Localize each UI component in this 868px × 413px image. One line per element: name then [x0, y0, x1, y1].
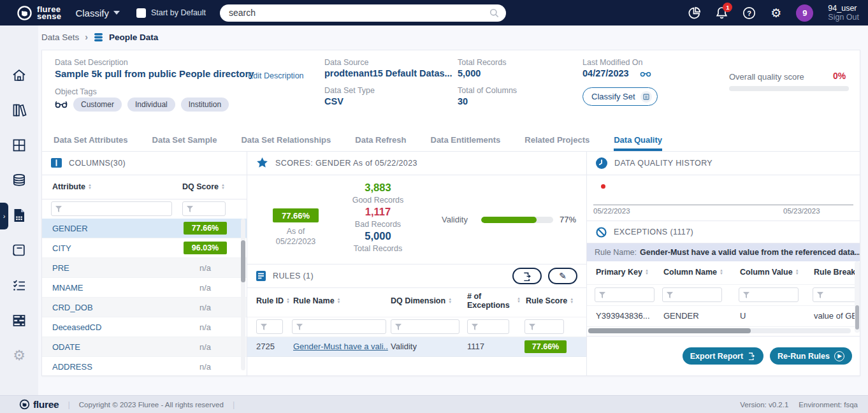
tab-data-set-sample[interactable]: Data Set Sample — [152, 128, 217, 151]
dq-score-filter-input[interactable] — [182, 201, 226, 216]
sidebar-item-checklist[interactable] — [0, 272, 38, 300]
penguin-logo-icon — [17, 5, 33, 21]
rule-score-filter-input[interactable] — [524, 319, 564, 334]
export-rules-button[interactable] — [512, 268, 542, 284]
column-row-pre[interactable]: PRE n/a — [42, 258, 247, 278]
exceptions-filter-input[interactable] — [467, 319, 509, 334]
sidebar-item-catalog[interactable] — [0, 236, 38, 264]
exceptions-vscroll-thumb[interactable] — [855, 305, 859, 330]
column-row-address[interactable]: ADDRESS n/a — [42, 357, 247, 377]
record-stats: 3,883 Good Records 1,117 Bad Records 5,0… — [330, 182, 426, 254]
sort-icon[interactable]: ▲▼ — [221, 184, 225, 190]
column-row-gender[interactable]: GENDER 77.66% — [42, 219, 247, 238]
column-row-mname[interactable]: MNAME n/a — [42, 278, 247, 298]
edit-rules-button[interactable]: ✎ — [548, 268, 577, 284]
rules-table-header: Rule ID▲▼ Rule Name▲▼ DQ Dimension▲▼ # o… — [247, 288, 586, 317]
usage-pie-icon[interactable] — [688, 6, 701, 20]
top-bar: fluree sense Classify Start by Default — [0, 0, 868, 25]
sign-out-link[interactable]: Sign Out — [828, 13, 859, 22]
sidebar-item-library[interactable] — [0, 96, 38, 124]
rule-name-link[interactable]: Gender-Must have a vali.. — [293, 342, 388, 351]
footer-brand-name: fluree — [33, 399, 59, 410]
glasses-icon-small[interactable] — [640, 70, 651, 77]
column-name-column-header[interactable]: Column Name▲▼ — [663, 268, 723, 277]
settings-gear-icon[interactable]: ⚙ — [770, 7, 781, 19]
bad-records-label: Bad Records — [355, 220, 401, 229]
history-point[interactable] — [601, 184, 605, 189]
sort-icon[interactable]: ▲▼ — [88, 184, 92, 190]
history-date-start: 05/22/2023 — [593, 207, 630, 215]
rerun-rules-button[interactable]: Re-Run Rules ▶ — [770, 347, 852, 365]
tab-related-projects[interactable]: Related Projects — [524, 128, 590, 151]
dq-dimension-filter-input[interactable] — [391, 319, 459, 334]
rule-row-2725[interactable]: 2725 Gender-Must have a vali.. Validity … — [247, 337, 586, 357]
exceptions-title: EXCEPTIONS (1117) — [614, 228, 693, 236]
column-value-filter-input[interactable] — [739, 287, 799, 302]
last-modified-value: 04/27/2023 — [582, 68, 629, 78]
column-row-crd-dob[interactable]: CRD_DOB n/a — [42, 298, 247, 317]
tag-individual[interactable]: Individual — [127, 98, 175, 112]
tab-data-entitlements[interactable]: Data Entitlements — [431, 128, 501, 151]
classify-set-button[interactable]: Classify Set — [582, 87, 658, 106]
rules-icon — [256, 271, 266, 281]
hscrollbar-thumb[interactable] — [588, 328, 751, 333]
sidebar-item-database[interactable] — [0, 166, 38, 194]
overall-quality-value: 0% — [833, 71, 846, 81]
sidebar-item-grid[interactable] — [0, 131, 38, 159]
edit-description-link[interactable]: Edit Description — [248, 71, 304, 80]
rule-break-filter-input[interactable] — [813, 287, 860, 302]
exception-row[interactable]: Y393943836... GENDER U value of GE — [587, 306, 860, 327]
tag-institution[interactable]: Institution — [181, 98, 229, 112]
primary-key-filter-input[interactable] — [595, 287, 655, 302]
column-value-column-header[interactable]: Column Value▲▼ — [740, 268, 799, 277]
attribute-column-header[interactable]: Attribute ▲▼ — [52, 182, 92, 191]
scores-rules-panel: SCORES: GENDER As of 05/22/2023 77.66% A… — [247, 151, 587, 375]
history-date-end: 05/23/2023 — [783, 207, 820, 215]
column-row-city[interactable]: CITY 96.03% — [42, 238, 247, 258]
tag-customer[interactable]: Customer — [73, 98, 122, 112]
rule-id-filter-input[interactable] — [256, 319, 283, 334]
star-icon — [256, 157, 268, 169]
breadcrumb-data-sets[interactable]: Data Sets — [41, 33, 79, 42]
dq-score-column-header[interactable]: DQ Score ▲▼ — [182, 182, 225, 191]
tab-data-refresh[interactable]: Data Refresh — [355, 128, 406, 151]
fluree-sense-logo[interactable]: fluree sense — [17, 5, 61, 21]
rule-id-column-header[interactable]: Rule ID▲▼ — [256, 296, 290, 305]
rule-name-column-header[interactable]: Rule Name▲▼ — [293, 296, 341, 305]
sidebar-item-home[interactable] — [0, 61, 38, 89]
database-icon — [11, 172, 27, 189]
column-row-odate[interactable]: ODATE n/a — [42, 337, 247, 357]
start-by-default-checkbox[interactable] — [136, 8, 146, 18]
tab-data-set-attributes[interactable]: Data Set Attributes — [54, 128, 128, 151]
exceptions-column-header[interactable]: # of Exceptions▲▼ — [467, 292, 516, 310]
search-input[interactable] — [220, 4, 506, 22]
sidebar-expand-tab[interactable]: › — [0, 203, 8, 229]
rule-name-filter-input[interactable] — [292, 319, 386, 334]
attribute-filter-input[interactable] — [51, 201, 172, 216]
glasses-icon — [55, 101, 68, 108]
tab-data-quality[interactable]: Data Quality — [614, 128, 662, 151]
sidebar-item-settings[interactable]: ⚙ — [0, 342, 38, 370]
primary-key-cell: Y393943836... — [596, 311, 650, 321]
play-icon: ▶ — [834, 351, 844, 361]
primary-key-column-header[interactable]: Primary Key▲▼ — [596, 268, 649, 277]
export-report-label: Export Report — [690, 352, 743, 361]
dq-dimension-column-header[interactable]: DQ Dimension▲▼ — [391, 296, 452, 305]
sidebar-item-stack[interactable] — [0, 307, 38, 335]
column-row-deceasedcd[interactable]: DeceasedCD n/a — [42, 317, 247, 337]
data-source-value: prodtenant15 Default Datas... — [324, 68, 452, 78]
username: 94_user — [828, 4, 857, 13]
search-wrap — [220, 4, 506, 22]
rule-break-column-header[interactable]: Rule Break Re — [814, 268, 860, 277]
export-report-button[interactable]: Export Report — [683, 347, 763, 365]
help-icon[interactable]: ? — [742, 6, 756, 20]
column-name-filter-input[interactable] — [662, 287, 722, 302]
tab-data-set-relationships[interactable]: Data Set Relationships — [241, 128, 331, 151]
notifications-bell-icon[interactable]: 1 — [716, 6, 728, 19]
rule-score-column-header[interactable]: Rule Score▲▼ — [526, 296, 574, 305]
columns-scrollbar-thumb[interactable] — [241, 240, 245, 282]
rule-name-label: Rule Name: — [595, 248, 637, 257]
classify-menu[interactable]: Classify — [75, 8, 120, 18]
footer: fluree | Copyright © 2023 Fluree - All r… — [0, 395, 868, 413]
avatar[interactable]: 9 — [796, 4, 813, 22]
